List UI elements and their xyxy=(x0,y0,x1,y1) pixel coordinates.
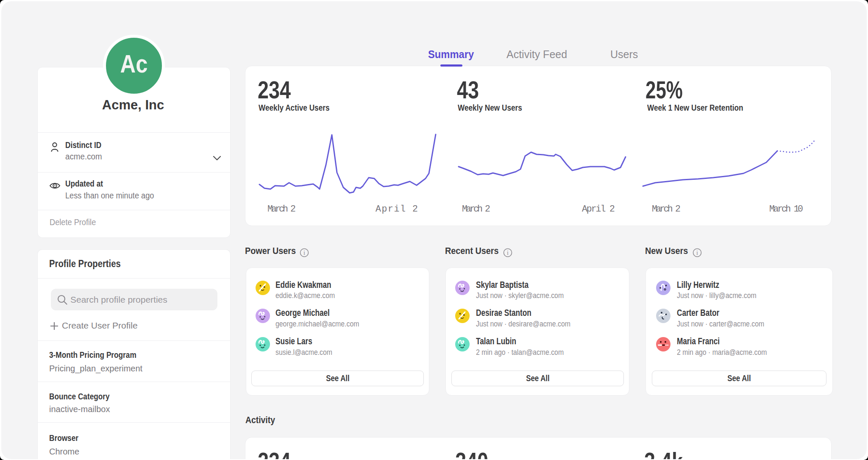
svg-text:March 2: March 2 xyxy=(462,204,490,214)
svg-text:March 10: March 10 xyxy=(769,204,803,214)
svg-text:April 2: April 2 xyxy=(376,204,418,214)
svg-text:April 2: April 2 xyxy=(582,204,615,214)
svg-text:March 2: March 2 xyxy=(652,204,681,214)
svg-text:i: i xyxy=(303,250,305,256)
svg-text:i: i xyxy=(507,250,509,256)
svg-text:March 2: March 2 xyxy=(267,204,296,214)
svg-text:i: i xyxy=(696,250,698,256)
